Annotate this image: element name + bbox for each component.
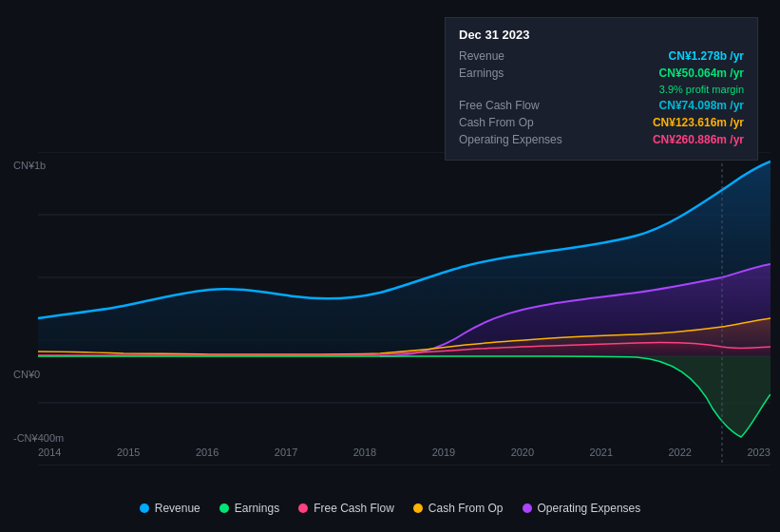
- legend-earnings-label: Earnings: [235, 502, 279, 515]
- chart-container: Dec 31 2023 Revenue CN¥1.278b /yr Earnin…: [0, 0, 780, 532]
- legend-revenue[interactable]: Revenue: [140, 502, 200, 515]
- profit-margin-row: 3.9% profit margin: [459, 84, 744, 95]
- legend-opex[interactable]: Operating Expenses: [523, 502, 641, 515]
- x-label-2015: 2015: [117, 446, 140, 458]
- tooltip-box: Dec 31 2023 Revenue CN¥1.278b /yr Earnin…: [445, 17, 758, 161]
- tooltip-date: Dec 31 2023: [459, 28, 744, 42]
- x-label-2021: 2021: [590, 446, 613, 458]
- x-label-2019: 2019: [432, 446, 455, 458]
- chart-legend: Revenue Earnings Free Cash Flow Cash Fro…: [0, 502, 780, 515]
- x-label-2014: 2014: [38, 446, 61, 458]
- chart-svg: [38, 152, 770, 466]
- x-label-2022: 2022: [669, 446, 692, 458]
- x-axis: 2014 2015 2016 2017 2018 2019 2020 2021 …: [38, 446, 770, 458]
- tooltip-cashop-label: Cash From Op: [459, 116, 573, 129]
- tooltip-earnings-row: Earnings CN¥50.064m /yr: [459, 66, 744, 80]
- tooltip-cashop-row: Cash From Op CN¥123.616m /yr: [459, 116, 744, 129]
- x-label-2020: 2020: [511, 446, 534, 458]
- legend-revenue-dot: [140, 504, 149, 513]
- tooltip-cashop-value: CN¥123.616m /yr: [653, 116, 744, 129]
- legend-fcf-dot: [298, 504, 308, 513]
- tooltip-opex-row: Operating Expenses CN¥260.886m /yr: [459, 133, 744, 146]
- tooltip-opex-value: CN¥260.886m /yr: [653, 133, 744, 146]
- tooltip-revenue-row: Revenue CN¥1.278b /yr: [459, 49, 744, 63]
- tooltip-revenue-value: CN¥1.278b /yr: [669, 49, 744, 63]
- tooltip-revenue-label: Revenue: [459, 49, 573, 63]
- tooltip-opex-label: Operating Expenses: [459, 133, 573, 146]
- profit-margin-badge: 3.9% profit margin: [659, 84, 744, 95]
- legend-cashop[interactable]: Cash From Op: [413, 502, 504, 515]
- legend-fcf[interactable]: Free Cash Flow: [298, 502, 394, 515]
- tooltip-fcf-value: CN¥74.098m /yr: [659, 99, 744, 112]
- legend-fcf-label: Free Cash Flow: [314, 502, 394, 515]
- tooltip-fcf-row: Free Cash Flow CN¥74.098m /yr: [459, 99, 744, 112]
- legend-earnings-dot: [219, 504, 229, 513]
- y-label-zero: CN¥0: [13, 369, 40, 380]
- tooltip-earnings-label: Earnings: [459, 66, 573, 80]
- x-label-2016: 2016: [196, 446, 219, 458]
- x-label-2018: 2018: [353, 446, 376, 458]
- legend-earnings[interactable]: Earnings: [219, 502, 279, 515]
- x-label-2017: 2017: [275, 446, 297, 458]
- legend-cashop-label: Cash From Op: [428, 502, 504, 515]
- tooltip-earnings-value: CN¥50.064m /yr: [659, 66, 744, 80]
- legend-cashop-dot: [413, 504, 423, 513]
- x-label-2023: 2023: [747, 446, 770, 458]
- legend-opex-dot: [523, 504, 532, 513]
- tooltip-fcf-label: Free Cash Flow: [459, 99, 573, 112]
- legend-opex-label: Operating Expenses: [538, 502, 641, 515]
- legend-revenue-label: Revenue: [155, 502, 200, 515]
